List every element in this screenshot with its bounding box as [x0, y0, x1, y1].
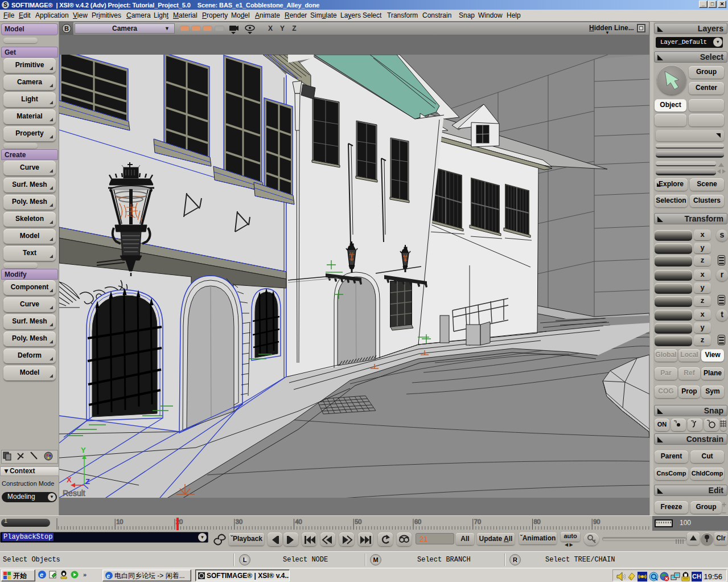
svg-text:Z: Z [85, 477, 90, 486]
svg-text:60: 60 [414, 518, 421, 525]
svg-text:e: e [40, 571, 43, 578]
svg-text:Result: Result [63, 489, 85, 498]
svg-text:30: 30 [236, 518, 242, 525]
svg-text:Y: Y [81, 446, 86, 454]
svg-text:10: 10 [116, 518, 123, 525]
svg-text:e: e [107, 573, 110, 579]
svg-text:X: X [67, 476, 72, 484]
svg-text:90: 90 [593, 518, 600, 525]
svg-text:70: 70 [474, 518, 481, 525]
svg-text:50: 50 [355, 518, 361, 525]
svg-text:40: 40 [295, 518, 302, 525]
svg-text:80: 80 [534, 518, 541, 525]
